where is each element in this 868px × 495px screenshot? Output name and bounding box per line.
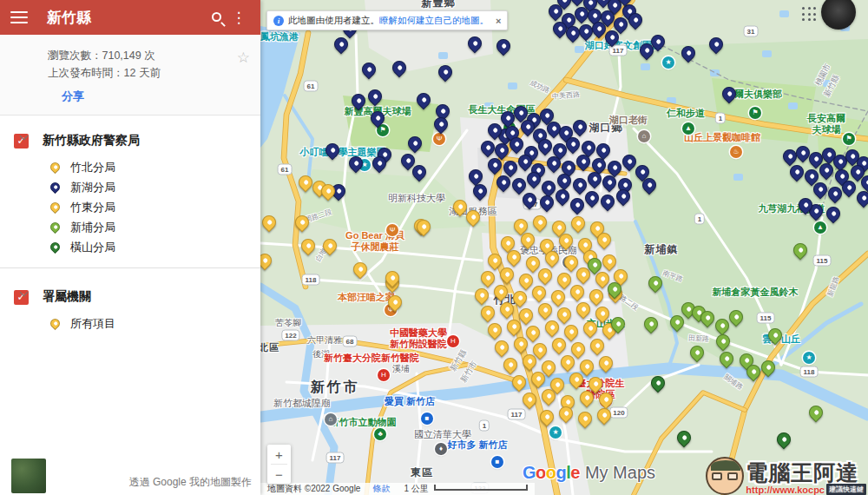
share-link[interactable]: 分享 (62, 89, 84, 104)
user-map-notice: i 此地圖由使用者建立。 瞭解如何建立自己的地圖。 × (266, 10, 508, 30)
map-label: 新竹市 (311, 380, 360, 395)
historic-icon[interactable]: ⌂ (638, 130, 650, 142)
map-label: 好市多 新竹店 (447, 439, 507, 451)
route-shield: 1 (479, 420, 490, 432)
school-icon[interactable]: ♦ (435, 443, 447, 455)
map-label: 六甲 (307, 335, 325, 346)
hospital-icon[interactable]: H (447, 335, 459, 347)
cafe-icon[interactable]: ♨ (730, 146, 742, 158)
legend-item-label: 竹東分局 (70, 200, 115, 215)
notice-text: 此地圖由使用者建立。 (288, 15, 379, 27)
info-icon: i (273, 16, 284, 26)
map-label: 新埔鎮 (645, 244, 679, 256)
notice-link[interactable]: 瞭解如何建立自己的地圖。 (379, 15, 489, 27)
restaurant-icon[interactable]: Ψ (433, 133, 445, 145)
layer-items: 所有項目 (0, 310, 260, 335)
hiking-icon[interactable]: ▲ (682, 122, 694, 135)
google-logo: Google (523, 463, 580, 482)
mascot-avatar (706, 457, 744, 495)
map-label: 長安高爾夫球場 (806, 113, 847, 135)
layer-header[interactable]: ✓ 署屬機關 (0, 284, 260, 310)
layer-agencies: ✓ 署屬機關 所有項目 (0, 272, 260, 339)
map-label: 田新路 (688, 334, 709, 343)
map-label: 新豐鄉 (422, 0, 456, 10)
map-label: 國立清華大學 (414, 429, 471, 440)
sidebar: 新竹縣 ⋮ 瀏覽次數：710,149 次 上次發布時間：12 天前 分享 ☆ ✓… (0, 0, 260, 495)
route-shield: 1 (694, 214, 705, 225)
camera-icon[interactable]: ★ (549, 426, 562, 439)
zoo-paw-icon[interactable]: ♣ (374, 428, 386, 440)
legend-pin-icon (49, 201, 62, 214)
restaurant-icon[interactable]: Ψ (386, 224, 398, 236)
publish-time: 上次發布時間：12 天前 (48, 64, 247, 82)
legend-item-label: 新湖分局 (70, 180, 115, 195)
google-apps-icon[interactable] (802, 7, 817, 22)
legend-item[interactable]: 橫山分局 (0, 237, 260, 257)
close-icon[interactable]: × (496, 16, 501, 26)
route-shield: 115 (757, 313, 775, 324)
menu-icon[interactable] (10, 11, 28, 23)
my-maps-label: My Maps (585, 463, 655, 482)
route-shield: 118 (302, 274, 320, 286)
hospital-icon[interactable]: H (378, 369, 390, 381)
hiking-icon[interactable]: ▲ (814, 221, 826, 234)
camera-icon[interactable]: ★ (662, 56, 674, 69)
map-attribution: 地圖資料 ©2022 Google 條款 1 公里 (260, 483, 535, 495)
legend-pin-icon (49, 181, 62, 195)
map-label: 新竹市立動物園 (330, 417, 397, 428)
legend-item[interactable]: 竹北分局 (0, 157, 260, 177)
map-label: 清雅 (325, 335, 342, 346)
shopping-icon[interactable]: ■ (421, 412, 433, 425)
shopping-icon[interactable]: ■ (491, 456, 503, 468)
layer-header[interactable]: ✓ 新竹縣政府警察局 (0, 128, 260, 154)
legend-pin-icon (49, 161, 62, 175)
map-label: 仁和步道 (667, 108, 705, 119)
route-shield: 118 (800, 366, 819, 378)
map-label: 新竹都城隍廟 (273, 398, 331, 409)
zoom-in-button[interactable]: + (267, 445, 291, 464)
map-label: 中國醫藥大學 新竹附設醫院 (390, 327, 447, 349)
made-with-label: 透過 Google 我的地圖製作 (129, 475, 252, 490)
map-canvas[interactable]: i 此地圖由使用者建立。 瞭解如何建立自己的地圖。 × + − 地圖資料 ©20… (260, 0, 868, 495)
map-title: 新竹縣 (47, 8, 205, 28)
route-shield: 31 (744, 26, 759, 37)
watermark-badge: 建議快速鍵 (826, 484, 866, 495)
basemap-thumbnail[interactable] (11, 459, 46, 493)
route-shield: 115 (813, 255, 832, 267)
map-label: 山丘上景觀咖啡館 (684, 132, 760, 143)
route-shield: 61 (304, 81, 319, 92)
legend-item[interactable]: 新湖分局 (0, 177, 260, 197)
legend-item-label: 新埔分局 (70, 220, 115, 235)
route-shield: 120 (609, 407, 628, 419)
map-label: 鳳坑漁港 (260, 31, 299, 43)
legend-item[interactable]: 所有項目 (0, 314, 260, 333)
more-options-icon[interactable]: ⋮ (227, 10, 250, 25)
search-icon (212, 12, 221, 22)
route-shield: 117 (326, 452, 345, 464)
legend-item[interactable]: 竹東分局 (0, 197, 260, 217)
scale-bar (434, 485, 528, 491)
view-count: 瀏覽次數：710,149 次 (48, 47, 247, 64)
legend-pin-icon (49, 241, 62, 254)
search-button[interactable] (205, 10, 227, 25)
route-shield: 117 (508, 409, 526, 420)
map-label: 苦苓腳 (275, 318, 301, 328)
camera-icon[interactable]: ★ (803, 352, 815, 364)
map-label: 湖口老街 (609, 115, 648, 126)
layer-title: 新竹縣政府警察局 (43, 133, 140, 148)
layer-title: 署屬機關 (43, 289, 91, 305)
zoom-control: + − (267, 445, 291, 484)
watermark-title: 電腦王阿達 (746, 462, 866, 484)
legend-item[interactable]: 新埔分局 (0, 217, 260, 237)
layer-items: 竹北分局新湖分局竹東分局新埔分局橫山分局 (0, 154, 260, 259)
temple-icon[interactable]: ⌂ (325, 413, 337, 426)
map-label: 溪埔 (392, 364, 410, 374)
star-icon[interactable]: ☆ (237, 49, 250, 67)
route-shield: 61 (278, 164, 293, 175)
terms-link[interactable]: 條款 (372, 483, 390, 495)
zoom-out-button[interactable]: − (267, 465, 291, 484)
my-maps-app: 新竹縣 ⋮ 瀏覽次數：710,149 次 上次發布時間：12 天前 分享 ☆ ✓… (0, 0, 868, 495)
golf-icon[interactable]: ⚑ (843, 133, 855, 145)
golf-icon[interactable]: ⚑ (749, 107, 761, 119)
map-label: 愛買 新竹店 (385, 396, 435, 407)
